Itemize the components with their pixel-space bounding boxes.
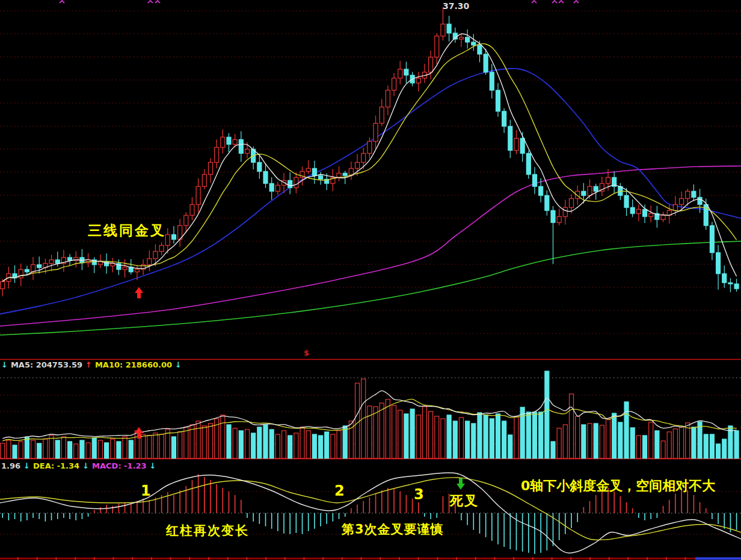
ma5-up-arrow-icon: ↑ [85, 360, 92, 369]
axis-scroll-blue-segment[interactable] [695, 558, 741, 560]
annotation-cross-3: 3 [414, 486, 424, 503]
time-axis [0, 558, 741, 560]
volume-ma-indicator-row: ↓ MA5: 204753.59 ↑ MA10: 218660.00 ↓ [1, 360, 182, 369]
stock-chart-screen: 37.30 $ ↓ MA5: 204753.59 ↑ MA10: 218660.… [0, 0, 741, 560]
annotation-cross-2: 2 [334, 482, 345, 499]
ma10-value: MA10: 218660.00 [95, 360, 172, 369]
macd-down-arrow-icon: ↓ [150, 461, 156, 470]
annotation-below-zero-axis-note: 0轴下小斜度金叉，空间相对不大 [521, 477, 715, 495]
chart-markers [60, 1, 579, 490]
annotation-death-cross: 死叉 [450, 492, 479, 510]
annotation-three-line-golden-cross: 三线同金叉 [88, 221, 166, 240]
ma10-down-arrow-icon: ↓ [175, 360, 182, 369]
dif-value: 1.96 [1, 461, 20, 470]
dea-value: DEA: -1.34 [33, 461, 79, 470]
long-moving-averages [0, 69, 741, 335]
annotation-cross-1: 1 [141, 482, 151, 499]
macd-value: MACD: -1.23 [92, 461, 147, 470]
dif-down-arrow-icon: ↓ [23, 461, 30, 470]
event-dollar-mark: $ [304, 348, 309, 357]
vol-down-arrow-icon: ↓ [1, 360, 8, 369]
dea-down-arrow-icon: ↓ [82, 461, 89, 470]
stock-chart-canvas[interactable] [0, 0, 741, 560]
macd-indicator-row: 1.96 ↓ DEA: -1.34 ↓ MACD: -1.23 ↓ [1, 461, 156, 470]
peak-price-label: 37.30 [443, 1, 469, 11]
annotation-red-bars-lengthen: 红柱再次变长 [166, 522, 249, 539]
candlesticks [1, 7, 739, 296]
ma5-value: MA5: 204753.59 [11, 360, 82, 369]
annotation-third-golden-cross-caution: 第3次金叉要谨慎 [342, 521, 444, 538]
